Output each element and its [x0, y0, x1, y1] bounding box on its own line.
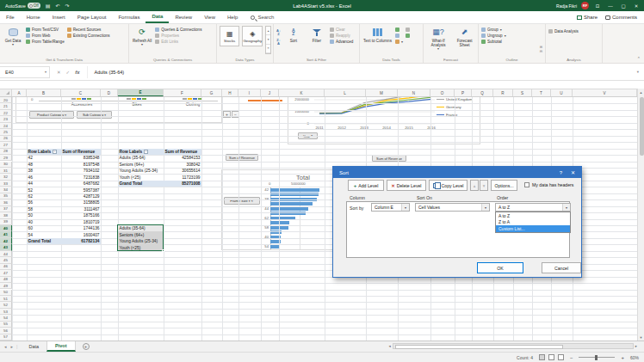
pivot-mid-cell[interactable]: 42584153 [164, 155, 201, 161]
pivot-mid-cell[interactable]: 30655614 [164, 168, 201, 174]
row-header-34[interactable]: 34 [0, 187, 12, 193]
pivot-left-cell[interactable]: 61782134 [61, 238, 101, 244]
scroll-up-icon[interactable]: ▲ [638, 89, 644, 95]
row-header-43[interactable]: 43 [0, 244, 12, 250]
row-header-46[interactable]: 46 [0, 264, 12, 270]
pivot-left-cell[interactable]: 1744136 [61, 225, 101, 231]
gallery-more-icon[interactable]: ≡ [266, 45, 270, 53]
column-header-R[interactable]: R [493, 89, 513, 96]
zoom-in-icon[interactable]: + [621, 355, 624, 360]
sub-category-field-button[interactable]: Sub Category▾ [77, 111, 112, 119]
order-option-a-to-z[interactable]: A to Z [496, 212, 570, 219]
column-header-P[interactable]: P [455, 89, 472, 96]
menu-tab-view[interactable]: View [198, 11, 221, 23]
save-icon[interactable]: ▤ [46, 3, 51, 9]
pivot-left-cell[interactable]: 5957387 [61, 187, 101, 193]
row-header-38[interactable]: 38 [0, 212, 12, 218]
move-down-button[interactable]: ▾ [480, 180, 488, 191]
existing-connections-button[interactable]: Existing Connections [67, 34, 110, 38]
ribbon-display-options-icon[interactable]: ⊡ [593, 3, 602, 9]
geography-button[interactable]: ◈Geography [242, 26, 263, 46]
cancel-button[interactable]: Cancel [542, 262, 581, 273]
data-types-gallery-scroll[interactable]: ▴▾≡ [265, 26, 271, 54]
maximize-icon[interactable]: ▢ [619, 3, 628, 9]
column-header-V[interactable]: V [573, 89, 637, 96]
row-header-24[interactable]: 24 [0, 123, 12, 129]
row-header-40[interactable]: 40 [0, 225, 12, 231]
pivot-left-cell[interactable]: 60 [27, 225, 61, 231]
scroll-right-icon[interactable]: ▸ [635, 344, 637, 348]
pivot-left-cell[interactable]: 7934102 [61, 168, 101, 174]
pivot-left-cell[interactable]: 7231838 [61, 174, 101, 180]
pivot-left-cell[interactable]: 56 [27, 199, 61, 206]
scroll-down-icon[interactable]: ▼ [638, 334, 644, 341]
redo-icon[interactable]: ↷ [65, 3, 69, 9]
pivot-left-cell[interactable]: 44 [27, 181, 61, 187]
column-header-M[interactable]: M [366, 89, 398, 96]
row-header-44[interactable]: 44 [0, 251, 12, 257]
row-header-28[interactable]: 28 [0, 149, 12, 155]
sort-descending-icon[interactable]: Z↓A [276, 39, 281, 45]
column-header-G[interactable]: G [201, 89, 222, 96]
queries-connections-button[interactable]: Queries & Connections [155, 28, 201, 32]
pivot-left-cell[interactable]: Row Labels↓ [27, 149, 61, 155]
vertical-scrollbar[interactable]: ▲ ▼ [637, 89, 644, 341]
group-button[interactable]: Group▾ [481, 28, 506, 32]
pivot-left-cell[interactable]: 50 [27, 212, 61, 218]
advanced-filter-button[interactable]: Advanced [330, 40, 353, 44]
row-header-50[interactable]: 50 [0, 290, 12, 296]
row-header-21[interactable]: 21 [0, 103, 12, 109]
row-header-51[interactable]: 51 [0, 296, 12, 302]
pivot-mid-cell[interactable]: 11723199 [164, 174, 201, 180]
row-header-32[interactable]: 32 [0, 174, 12, 180]
column-header-K[interactable]: K [279, 89, 325, 96]
row-header-48[interactable]: 48 [0, 277, 12, 283]
close-icon[interactable]: ✕ [632, 3, 641, 9]
autosave-toggle[interactable]: AutoSave Off [5, 3, 40, 9]
tab-scroll-left-icon[interactable]: ◂ [4, 344, 7, 349]
forecast-sheet-button[interactable]: ⬈Forecast Sheet [453, 26, 476, 54]
pivot-left-cell[interactable]: 4287129 [61, 193, 101, 199]
order-dropdown[interactable]: A to Z▾ [495, 203, 571, 212]
edit-links-button[interactable]: Edit Links [155, 40, 201, 44]
scroll-left-icon[interactable]: ◂ [388, 344, 390, 348]
from-web-button[interactable]: From Web [26, 34, 65, 38]
move-up-button[interactable]: ▴ [470, 180, 479, 191]
pivot-left-cell[interactable]: 40 [27, 219, 61, 225]
column-header-C[interactable]: C [61, 89, 101, 96]
text-to-columns-button[interactable]: Text to Columns [362, 26, 393, 54]
vertical-scrollbar-thumb[interactable] [640, 97, 644, 156]
comments-button[interactable]: Comments [605, 15, 637, 20]
column-header-S[interactable]: S [513, 89, 532, 96]
zoom-out-icon[interactable]: − [570, 355, 573, 360]
sort-filter-icon[interactable]: ↓ [144, 150, 148, 154]
get-data-button[interactable]: Get Data▾ [3, 26, 23, 54]
row-header-29[interactable]: 29 [0, 155, 12, 161]
row-header-20[interactable]: 20 [0, 97, 12, 103]
confirm-entry-icon[interactable]: ✓ [66, 70, 71, 75]
horizontal-scrollbar-thumb[interactable] [395, 345, 563, 350]
row-header-35[interactable]: 35 [0, 193, 12, 199]
column-header-N[interactable]: N [398, 89, 430, 96]
fill-handle[interactable] [162, 249, 164, 252]
my-data-has-headers-checkbox[interactable]: My data has headers [524, 182, 573, 187]
pivot-mid-cell[interactable]: Grand Total [118, 181, 164, 187]
sort-filter-icon[interactable]: ↓ [53, 150, 57, 154]
row-header-25[interactable]: 25 [0, 129, 12, 135]
new-sheet-button[interactable]: + [83, 343, 90, 350]
what-if-analysis-button[interactable]: ▦?What-If Analysis▾ [426, 26, 450, 54]
minimize-icon[interactable]: — [606, 3, 615, 9]
row-header-22[interactable]: 22 [0, 110, 12, 116]
row-header-47[interactable]: 47 [0, 270, 12, 276]
column-header-J[interactable]: J [261, 89, 279, 96]
sheet-tab-pivot[interactable]: Pivot [46, 341, 75, 352]
row-header-27[interactable]: 27 [0, 142, 12, 148]
normal-view-icon[interactable] [539, 354, 545, 360]
pivot-mid-cell[interactable]: Sum of Revenue [164, 149, 201, 155]
delete-level-button[interactable]: ✕Delete Level [387, 180, 426, 191]
page-break-view-icon[interactable] [558, 354, 564, 360]
search-box[interactable]: Search [251, 15, 274, 20]
horizontal-scrollbar-track[interactable] [393, 343, 634, 349]
column-header-U[interactable]: U [551, 89, 573, 96]
clear-filter-button[interactable]: Clear [330, 28, 353, 32]
